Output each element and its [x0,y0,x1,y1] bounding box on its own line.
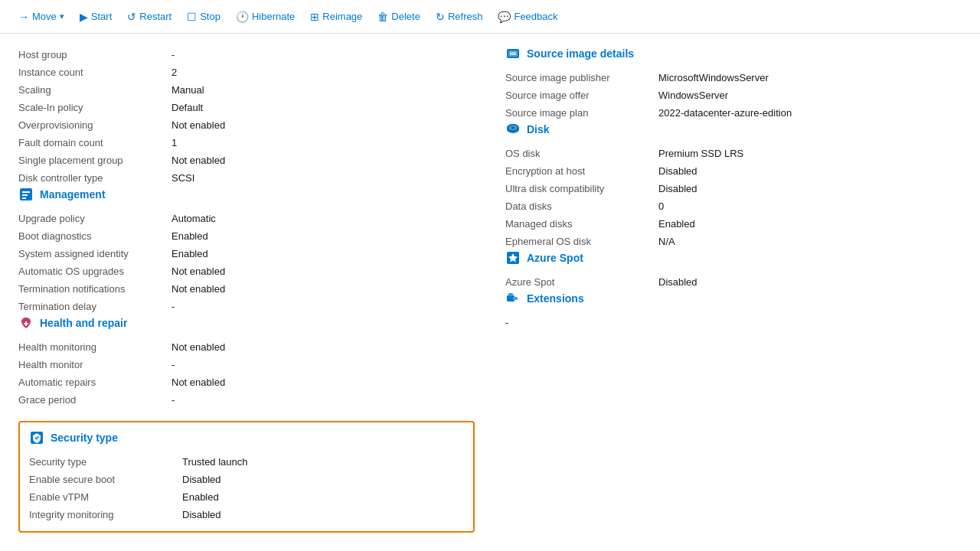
disk-header: Disk [505,122,962,137]
start-button[interactable]: ▶ Start [74,8,118,26]
general-props: Host group - Instance count 2 Scaling Ma… [18,46,475,187]
prop-ultra-disk-compatibility: Ultra disk compatibility Disabled [505,180,962,197]
prop-system-assigned-identity: System assigned identity Enabled [18,245,475,262]
svg-point-11 [511,127,514,129]
prop-termination-notifications: Termination notifications Not enabled [18,280,475,298]
azure-spot-icon [505,250,521,266]
prop-health-monitoring: Health monitoring Not enabled [18,338,475,356]
hibernate-button[interactable]: 🕐 Hibernate [230,8,301,26]
restart-button[interactable]: ↺ Restart [121,8,178,26]
health-icon [18,315,34,331]
svg-rect-16 [508,293,513,296]
prop-source-offer: Source image offer WindowsServer [505,86,962,104]
prop-scale-in-policy: Scale-In policy Default [18,99,475,116]
refresh-button[interactable]: ↻ Refresh [430,8,489,26]
prop-instance-count: Instance count 2 [18,64,475,81]
health-header: Health and repair [18,315,475,331]
disk-section: Disk OS disk Premium SSD LRS Encryption … [505,122,962,250]
svg-rect-3 [22,197,26,199]
disk-icon [505,122,521,137]
prop-scaling: Scaling Manual [18,81,475,99]
svg-rect-15 [513,297,518,300]
delete-button[interactable]: 🗑 Delete [371,8,426,26]
health-section: Health and repair Health monitoring Not … [18,315,475,409]
restart-icon: ↺ [127,11,136,23]
feedback-icon: 💬 [498,11,511,23]
prop-fault-domain-count: Fault domain count 1 [18,134,475,152]
prop-azure-spot: Azure Spot Disabled [505,273,962,291]
prop-single-placement-group: Single placement group Not enabled [18,152,475,169]
extensions-header: Extensions [505,291,962,306]
main-content: Host group - Instance count 2 Scaling Ma… [0,34,980,551]
move-chevron-icon: ▾ [60,11,64,21]
prop-enable-vtpm: Enable vTPM Enabled [29,488,464,506]
management-header: Management [18,187,475,202]
svg-rect-7 [510,52,516,55]
hibernate-icon: 🕐 [236,11,249,23]
prop-ephemeral-os-disk: Ephemeral OS disk N/A [505,233,962,250]
management-icon [18,187,34,202]
prop-source-publisher: Source image publisher MicrosoftWindowsS… [505,69,962,86]
prop-termination-delay: Termination delay - [18,298,475,315]
delete-icon: 🗑 [377,11,388,23]
prop-source-plan: Source image plan 2022-datacenter-azure-… [505,104,962,122]
svg-rect-1 [22,191,30,193]
prop-grace-period: Grace period - [18,391,475,409]
refresh-icon: ↻ [436,11,445,23]
move-icon: → [18,11,29,23]
prop-automatic-repairs: Automatic repairs Not enabled [18,373,475,391]
start-icon: ▶ [80,11,88,23]
security-icon [29,430,44,445]
security-section: Security type Security type Trusted laun… [18,421,475,533]
prop-managed-disks: Managed disks Enabled [505,215,962,233]
azure-spot-header: Azure Spot [505,250,962,266]
prop-disk-controller-type: Disk controller type SCSI [18,169,475,187]
prop-integrity-monitoring: Integrity monitoring Disabled [29,506,464,523]
prop-automatic-os-upgrades: Automatic OS upgrades Not enabled [18,262,475,280]
right-column: Source image details Source image publis… [505,46,962,539]
prop-host-group: Host group - [18,46,475,64]
feedback-button[interactable]: 💬 Feedback [492,8,564,26]
source-image-icon [505,46,521,61]
move-button[interactable]: → Move ▾ [12,8,70,26]
left-column: Host group - Instance count 2 Scaling Ma… [18,46,475,539]
extensions-section: Extensions - [505,291,962,331]
prop-overprovisioning: Overprovisioning Not enabled [18,116,475,134]
security-header: Security type [29,430,464,445]
toolbar: → Move ▾ ▶ Start ↺ Restart ☐ Stop 🕐 Hibe… [0,0,980,34]
prop-extensions-value: - [505,314,962,331]
svg-rect-2 [22,194,28,196]
reimage-button[interactable]: ⊞ Reimage [304,8,368,26]
stop-button[interactable]: ☐ Stop [181,8,227,26]
prop-os-disk: OS disk Premium SSD LRS [505,145,962,162]
prop-enable-secure-boot: Enable secure boot Disabled [29,471,464,488]
prop-data-disks: Data disks 0 [505,197,962,215]
management-section: Management Upgrade policy Automatic Boot… [18,187,475,315]
prop-health-monitor: Health monitor - [18,356,475,373]
source-image-section: Source image details Source image publis… [505,46,962,122]
azure-spot-section: Azure Spot Azure Spot Disabled [505,250,962,291]
prop-upgrade-policy: Upgrade policy Automatic [18,210,475,227]
source-image-header: Source image details [505,46,962,61]
prop-encryption-at-host: Encryption at host Disabled [505,162,962,180]
prop-security-type: Security type Trusted launch [29,453,464,471]
extensions-icon [505,291,521,306]
prop-boot-diagnostics: Boot diagnostics Enabled [18,227,475,245]
reimage-icon: ⊞ [310,11,319,23]
stop-icon: ☐ [187,11,197,23]
